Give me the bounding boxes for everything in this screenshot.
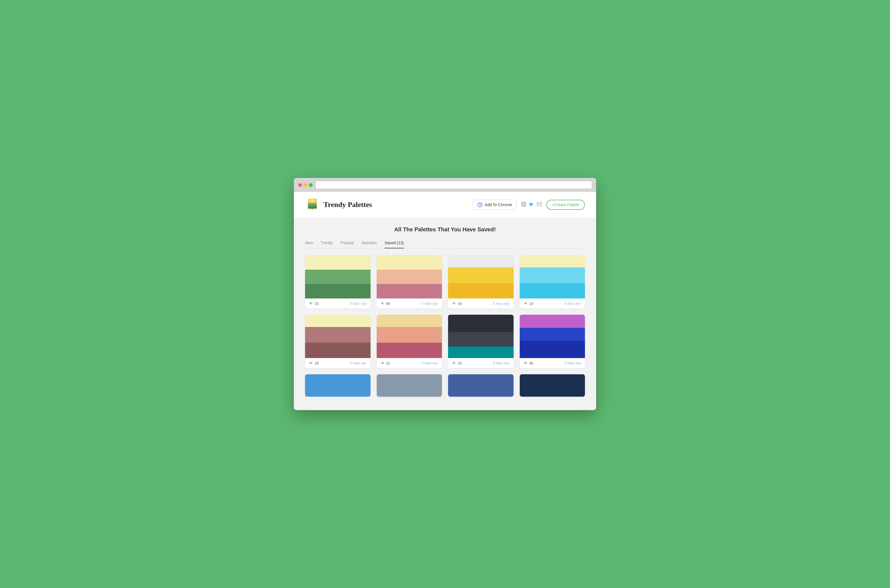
timestamp: 6 days ago	[350, 361, 367, 365]
swatch	[305, 255, 371, 270]
tab-trendy[interactable]: Trendy	[321, 241, 333, 248]
palette-footer-1: 👁 33 6 days ago	[305, 298, 371, 309]
header-actions: Add To Chrome f 🐦 +Create Palette	[473, 200, 585, 210]
palette-card-4[interactable]: 👁 19 6 days ago	[520, 255, 585, 309]
palette-swatches-8	[520, 315, 585, 358]
swatch	[448, 332, 514, 346]
svg-rect-2	[308, 206, 317, 208]
partial-swatches-2	[377, 374, 442, 397]
email-icon[interactable]	[537, 202, 542, 208]
swatch	[377, 374, 442, 397]
swatch	[305, 343, 371, 358]
partial-card-3[interactable]	[448, 374, 514, 397]
timestamp: 6 days ago	[565, 302, 581, 306]
eye-icon: 👁	[309, 301, 313, 306]
browser-chrome	[294, 178, 596, 192]
partial-card-1[interactable]	[305, 374, 371, 397]
eye-icon: 👁	[452, 361, 456, 365]
logo-icon	[305, 198, 320, 212]
swatch	[448, 315, 514, 332]
tab-random[interactable]: Random	[362, 241, 377, 248]
swatch	[520, 315, 585, 328]
facebook-icon[interactable]: f	[521, 202, 526, 208]
minimize-button[interactable]	[304, 183, 307, 187]
svg-rect-1	[308, 203, 317, 206]
palette-card-8[interactable]: 👁 48 6 days ago	[520, 315, 585, 368]
view-count-2: 👁 66	[380, 301, 390, 306]
swatch	[377, 255, 442, 270]
twitter-icon[interactable]: 🐦	[529, 202, 534, 208]
palette-footer-2: 👁 66 6 days ago	[377, 298, 442, 309]
palette-swatches-2	[377, 255, 442, 298]
palette-card-7[interactable]: 👁 16 6 days ago	[448, 315, 514, 368]
view-number: 48	[529, 361, 533, 365]
view-number: 19	[458, 302, 462, 306]
tab-new[interactable]: New	[305, 241, 313, 248]
maximize-button[interactable]	[309, 183, 313, 187]
palette-card-6[interactable]: 👁 31 6 days ago	[377, 315, 442, 368]
svg-point-3	[311, 200, 313, 201]
swatch	[305, 284, 371, 298]
timestamp: 6 days ago	[350, 302, 367, 306]
timestamp: 6 days ago	[493, 302, 510, 306]
timestamp: 6 days ago	[493, 361, 510, 365]
palette-card-5[interactable]: 👁 16 6 days ago	[305, 315, 371, 368]
palette-footer-8: 👁 48 6 days ago	[520, 358, 585, 368]
partial-swatches-3	[448, 374, 514, 397]
palette-swatches-3	[448, 255, 514, 298]
palette-card-3[interactable]: 👁 19 6 days ago	[448, 255, 514, 309]
logo-area: Trendy Palettes	[305, 198, 372, 212]
browser-content: Trendy Palettes Add To Chrome f	[294, 192, 596, 410]
svg-text:🐦: 🐦	[529, 202, 534, 207]
partial-card-2[interactable]	[377, 374, 442, 397]
create-palette-button[interactable]: +Create Palette	[546, 200, 585, 210]
swatch	[377, 284, 442, 298]
partial-card-4[interactable]	[520, 374, 585, 397]
swatch	[305, 374, 371, 397]
palette-footer-5: 👁 16 6 days ago	[305, 358, 371, 368]
partial-swatches-4	[520, 374, 585, 397]
google-icon	[478, 202, 483, 207]
swatch	[448, 374, 514, 397]
view-count-8: 👁 48	[524, 361, 533, 365]
close-button[interactable]	[298, 183, 302, 187]
tabs: New Trendy Popular Random Saved (13)	[305, 241, 585, 248]
palette-footer-7: 👁 16 6 days ago	[448, 358, 514, 368]
view-number: 33	[314, 302, 319, 306]
palette-card-2[interactable]: 👁 66 6 days ago	[377, 255, 442, 309]
main-content: All The Palettes That You Have Saved! Ne…	[294, 218, 596, 405]
swatch	[305, 327, 371, 342]
view-count-4: 👁 19	[524, 301, 533, 306]
view-count-6: 👁 31	[380, 361, 390, 365]
social-icons: f 🐦	[521, 202, 542, 208]
palette-footer-6: 👁 31 6 days ago	[377, 358, 442, 368]
swatch	[377, 270, 442, 284]
swatch	[377, 327, 442, 342]
view-count-7: 👁 16	[452, 361, 462, 365]
swatch	[520, 374, 585, 397]
page-heading: All The Palettes That You Have Saved!	[305, 226, 585, 233]
palette-card-1[interactable]: 👁 33 6 days ago	[305, 255, 371, 309]
add-to-chrome-button[interactable]: Add To Chrome	[473, 200, 517, 210]
palette-grid-row1: 👁 33 6 days ago 👁	[305, 255, 585, 309]
tab-popular[interactable]: Popular	[341, 241, 354, 248]
partial-swatches-1	[305, 374, 371, 397]
tab-saved[interactable]: Saved (13)	[385, 241, 404, 248]
palette-swatches-7	[448, 315, 514, 358]
view-count-5: 👁 16	[309, 361, 319, 365]
swatch	[305, 315, 371, 327]
swatch	[520, 328, 585, 341]
timestamp: 6 days ago	[421, 361, 438, 365]
swatch	[377, 343, 442, 358]
svg-rect-6	[521, 202, 526, 207]
address-bar[interactable]	[316, 181, 592, 189]
palette-swatches-1	[305, 255, 371, 298]
view-number: 66	[386, 302, 390, 306]
eye-icon: 👁	[380, 301, 385, 306]
palette-swatches-5	[305, 315, 371, 358]
swatch	[448, 283, 514, 298]
timestamp: 6 days ago	[565, 361, 581, 365]
swatch	[520, 267, 585, 283]
swatch	[377, 315, 442, 327]
browser-window: Trendy Palettes Add To Chrome f	[294, 178, 596, 410]
